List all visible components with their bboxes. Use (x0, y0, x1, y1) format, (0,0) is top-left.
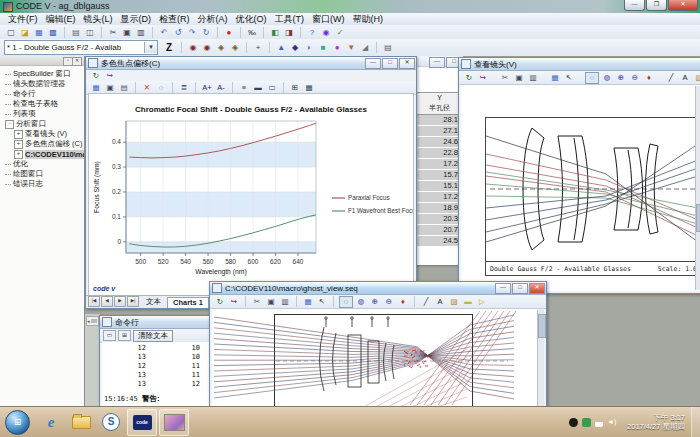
analysis-icon[interactable]: ▲ (275, 42, 287, 53)
copy-icon[interactable]: ▣ (104, 83, 116, 93)
zoom2-icon[interactable]: ◉ (201, 42, 213, 53)
expand-expander-icon[interactable]: + (14, 140, 23, 149)
help-icon[interactable]: ? (306, 27, 318, 38)
menu-item[interactable]: 镜头(L) (80, 13, 117, 26)
field-icon[interactable]: ▼ (345, 42, 357, 53)
command-titlebar[interactable]: 命令行 (100, 316, 212, 329)
close-button[interactable]: ✕ (668, 0, 698, 11)
paste-icon[interactable]: ▥ (279, 297, 291, 307)
sidebar-item[interactable]: 镜头数据管理器 (0, 79, 84, 89)
glasses1-icon[interactable]: ◈ (215, 42, 227, 53)
font-smaller-icon[interactable]: A- (215, 83, 227, 93)
spreadsheet-cell[interactable]: 28.17 (416, 115, 463, 126)
line-style-icon[interactable]: ≡ (238, 83, 250, 93)
print-icon[interactable]: ▤ (118, 83, 130, 93)
psf-icon[interactable]: ■ (317, 42, 329, 53)
menu-item[interactable]: 优化(O) (232, 13, 271, 26)
export-icon[interactable]: ↪ (477, 73, 489, 83)
fan-icon[interactable]: ● (331, 42, 343, 53)
list-icon[interactable]: ≣ (178, 83, 190, 93)
copy-icon[interactable]: ▣ (121, 27, 133, 38)
taskbar-codev-icon[interactable]: code (127, 409, 157, 436)
zoom-in-icon[interactable]: ⊕ (369, 297, 381, 307)
new-icon[interactable]: ▢ (5, 27, 17, 38)
text-icon[interactable]: A (434, 297, 446, 307)
save-icon[interactable]: ▦ (549, 73, 561, 83)
redo-icon[interactable]: ↷ (186, 27, 198, 38)
text-icon[interactable]: A (679, 73, 691, 83)
chart-restore-button[interactable]: □ (382, 58, 398, 69)
sidebar-item[interactable]: +查看镜头 (V) (0, 129, 84, 139)
sidebar-item[interactable]: SpecBuilder 窗口 (0, 69, 84, 79)
pointer-icon[interactable]: ↖ (563, 73, 575, 83)
glasses2-icon[interactable]: ◈ (229, 42, 241, 53)
ghost-restore-button[interactable]: □ (512, 283, 528, 294)
sidebar-item[interactable]: 错误日志 (0, 179, 84, 189)
chart-close-button[interactable]: ✕ (399, 58, 415, 69)
refresh-icon[interactable]: ↻ (214, 297, 226, 307)
pin-icon[interactable]: ♦ (643, 73, 655, 83)
frame-icon[interactable]: ▭ (266, 83, 278, 93)
collapse-expander-icon[interactable]: - (5, 120, 14, 129)
spreadsheet-cell[interactable]: 17.29 (416, 159, 463, 170)
paste-icon[interactable]: ▥ (527, 73, 539, 83)
grid-icon[interactable]: ▦ (303, 83, 315, 93)
clear-text-button[interactable]: 清除文本 (133, 330, 173, 342)
expand-expander-icon[interactable]: + (14, 150, 23, 159)
mini-horizontal-scrollbar[interactable]: ◂ (86, 316, 99, 326)
autofocus-icon[interactable]: + (252, 42, 264, 53)
sidebar-item[interactable]: 绘图窗口 (0, 169, 84, 179)
maximize-button[interactable]: ❐ (646, 0, 667, 11)
sidebar-item[interactable]: 优化 (0, 159, 84, 169)
security-icon[interactable] (582, 418, 591, 427)
lens-view-titlebar[interactable]: 查看镜头(V) (459, 58, 700, 71)
tab-prev-button[interactable]: ◀ (101, 296, 113, 307)
sidebar-item[interactable]: +C:\CODEV110\ma (0, 149, 84, 159)
spreadsheet-cell[interactable]: 22.89 (416, 148, 463, 159)
tab-charts-1[interactable]: Charts 1 (167, 297, 209, 308)
refresh-icon[interactable]: ↻ (463, 73, 475, 83)
pointer-icon[interactable]: ↖ (316, 297, 328, 307)
paste-icon[interactable]: ▥ (135, 27, 147, 38)
cut-icon[interactable]: ✂ (499, 73, 511, 83)
spot-icon[interactable]: ◆ (289, 42, 301, 53)
qq-icon[interactable] (569, 418, 578, 427)
spreadsheet-cell[interactable]: 18.92 (416, 203, 463, 214)
window-cascade-icon[interactable]: ◨ (283, 27, 295, 38)
menu-item[interactable]: 工具(T) (271, 13, 309, 26)
window-tile-icon[interactable]: ◧ (269, 27, 281, 38)
spreadsheet-cell[interactable]: 15.13 (416, 181, 463, 192)
spreadsheet-cell[interactable]: 20.34 (416, 214, 463, 225)
ghost-minimize-button[interactable]: — (495, 283, 511, 294)
menu-item[interactable]: 显示(D) (117, 13, 156, 26)
spreadsheet-cell[interactable]: 24.62 (416, 137, 463, 148)
menu-item[interactable]: 检查(R) (155, 13, 194, 26)
open-icon[interactable]: ◪ (19, 27, 31, 38)
spreadsheet-cell[interactable]: 24.59 (416, 236, 463, 247)
whatsthis-icon[interactable]: ✓ (334, 27, 346, 38)
taskbar-photo-viewer-icon[interactable] (159, 409, 189, 436)
copy-icon[interactable]: ▣ (513, 73, 525, 83)
sidebar-close-button[interactable]: ✕ (72, 57, 82, 66)
tab-text[interactable]: 文本 (140, 296, 167, 308)
print-icon[interactable]: ▤ (70, 27, 82, 38)
eraser-icon[interactable]: ▨ (448, 297, 460, 307)
zoom-in-icon[interactable]: ⊕ (615, 73, 627, 83)
highlight-icon[interactable]: ▬ (462, 297, 474, 307)
undo-all-icon[interactable]: ↺ (172, 27, 184, 38)
zoom1-icon[interactable]: ◉ (187, 42, 199, 53)
ghost-vertical-scrollbar[interactable] (537, 310, 544, 407)
spreadsheet-cell[interactable]: 15.70 (416, 170, 463, 181)
tab-last-button[interactable]: ▶| (127, 296, 139, 307)
tray-clock[interactable]: 下午 3:17 2017/4/27 星期四 (627, 413, 685, 431)
chart-minimize-button[interactable]: — (365, 58, 381, 69)
sheet-icon[interactable]: ▤ (382, 42, 394, 53)
zoom-window-icon[interactable]: ◌ (339, 296, 353, 308)
command-output[interactable]: 12101310121113111312 15:16:45 警告: (102, 342, 210, 406)
network-icon[interactable] (595, 418, 603, 427)
sidebar-item[interactable]: 命令行 (0, 89, 84, 99)
export-icon[interactable]: ↪ (228, 297, 240, 307)
export-icon[interactable]: ↪ (104, 71, 116, 81)
save-icon[interactable]: ▦ (302, 297, 314, 307)
line-icon[interactable]: ╱ (665, 73, 677, 83)
